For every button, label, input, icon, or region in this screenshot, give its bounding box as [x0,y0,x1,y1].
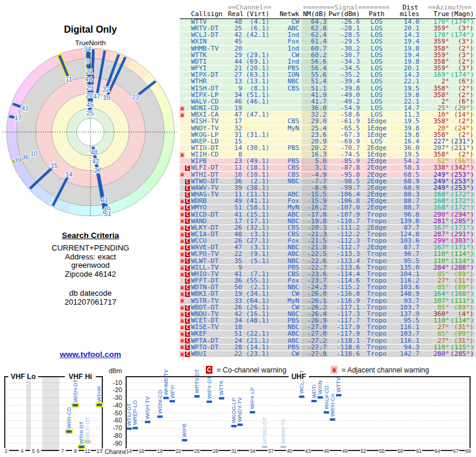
cochannel-flag: C [185,186,190,191]
signal-bar [164,397,169,399]
table-row: CWAWV-TV39(38.1)-8.9-99.72Edge68.9249°(2… [180,185,475,192]
channel-tick-label: 14 [126,448,132,454]
cell-virt [242,39,270,45]
signal-bar [67,430,72,433]
adjacent-channel-flag: a [180,106,184,111]
channel-tick-label: 37 [268,448,274,454]
dbm-tick-label: -10 [113,379,122,386]
table-row: WTHR13(13.1)NBC51.4-39.4LOS22.12°(6°) [180,79,475,85]
channel-tick-label: 34 [249,448,255,454]
station-label: WTWO-DT [262,417,268,444]
cell-netwk [270,105,302,112]
adjacent-channel-flag: a [180,252,184,257]
polar-channel-label: 27 [94,167,101,174]
polar-channel-label: 23 [132,93,139,101]
cell-callsign: WBUI [190,351,228,358]
station-label: WIIH-CD [66,407,72,428]
polar-channel-label: 9 [86,58,90,65]
adjacent-channel-flag: a [180,112,184,118]
cochannel-legend-symbol: C [207,367,211,373]
cell-dist: 142.7 [391,351,424,358]
polar-channel-label: 10 [30,150,37,157]
station-label: WTTK [218,380,224,396]
table-row: aWIIH-CD816.3-74.51Edge19.5358°(2°) [180,152,475,158]
adjacent-channel-flag: a [180,152,184,158]
station-label: WISH-TV [145,396,151,419]
search-criteria-block: CURRENT+PENDING Address: exact greenwood… [0,244,181,278]
polar-channel-label: 29 [86,84,93,91]
polar-channel-label: 48 [90,149,98,156]
station-label: WDTI [311,384,317,398]
tvfool-link[interactable]: www.tvfool.com [60,350,121,359]
cell-virt: (23.1) [242,351,270,358]
band-label: UHF [292,373,306,381]
channel-axis-title: Channel [105,448,128,455]
polar-channel-label: 19 [103,94,110,101]
polar-azimuth-chart: 3492144292045254732192311411739361015144… [0,45,178,219]
table-row: WHMB-TV20Ind60.7-30.2LOS19.8358°(2°) [180,46,475,52]
station-label: WALV-CD [324,385,330,409]
polar-channel-label: 11 [102,196,108,204]
channel-tick-label: 7 [61,448,64,454]
station-label: WAWV-TV [280,419,286,444]
channel-tick-label: 9 [74,448,77,454]
warning-flags: aC [180,225,190,231]
polar-channel-label: 45 [86,101,93,108]
warning-flags [180,59,190,65]
dbm-tick-label: -50 [113,409,122,417]
table-row: aCWICD-DT41(15.1)ABC-17.0-107.9Tropo96.8… [180,212,475,218]
cochannel-flag: C [185,179,190,184]
dbm-tick-label: -30 [113,394,122,401]
cell-virt: (31.1) [242,132,270,139]
warning-flags [180,52,190,59]
signal-bar [145,421,151,423]
polar-channel-label: 34 [84,45,91,52]
polar-channel-label: 11 [65,76,72,83]
warning-flags: a [180,105,190,112]
warning-flags [180,158,190,165]
warning-flags: a [180,112,190,118]
warning-flags: aC [180,251,190,258]
station-label: WIPB [181,424,187,437]
dbm-axis-title: dBm [108,367,122,374]
channel-tick-label: 67 [453,448,459,454]
table-row: aCWCPO-TV22(9.1)ABC-22.5-113.3Tropo96.71… [180,251,475,258]
table-row: WTTV48(4.1)CW64.3-26.6LOS14.0170°(174°) [180,19,475,26]
site-link-wrap: www.tvfool.com [0,350,181,359]
table-row: WISH-TV17CBS29.0-61.91Edge19.5358°(2°) [180,118,475,125]
adjacent-channel-flag: a [180,312,184,317]
band-chart: C = Co-channel warning a = Adjacent chan… [0,363,476,457]
table-row: aCWMYO51(58.1)MyN-16.2-107.02Edge88.7168… [180,205,475,211]
band-label: VHF Lo [11,373,36,381]
table-row: WKOG-LP31(31.1)23.6-67.31Edge19.8358°(2°… [180,132,475,139]
table-row: aCWBKI-DT19(34.1)CW-26.0-116.8Tropo148.9… [180,291,475,298]
channel-tick-label: 61 [416,448,422,454]
channel-tick-label: 55 [379,448,385,454]
signal-bar [262,446,267,448]
station-label: WDNI-CD [157,390,163,414]
cell-netwk: MyN [270,126,302,132]
station-label: WKOG-LP [231,398,237,424]
warning-flags [180,126,190,132]
band-label: VHF Hi [68,373,92,381]
channel-tick-label: 69 [465,448,471,454]
polar-channel-label: 42 [92,158,99,165]
channel-tick-label: 22 [176,448,181,454]
signal-bar [281,446,286,448]
cell-nm: -27.8 [302,351,328,358]
channel-tick-label: 49 [342,448,348,454]
warning-flags [180,145,190,152]
adjacent-channel-flag: a [180,305,184,311]
channel-tick-label: 4 [21,448,24,454]
cochannel-legend-text: = Co-channel warning [217,366,286,374]
polar-channel-label: 44 [85,76,92,83]
cochannel-flag: C [185,165,190,171]
warning-flags [180,99,190,105]
table-row: aCWCIA-DT48(3.1)CBS-21.3-112.2Tropo124.8… [180,231,475,238]
station-label: WIPX-DT [206,376,212,399]
signal-bar [324,411,329,414]
adjacent-channel-flag: a [180,298,184,303]
cell-real: 22 [228,351,242,358]
polar-channel-label: 15 [51,162,58,169]
signal-bar [299,396,305,398]
